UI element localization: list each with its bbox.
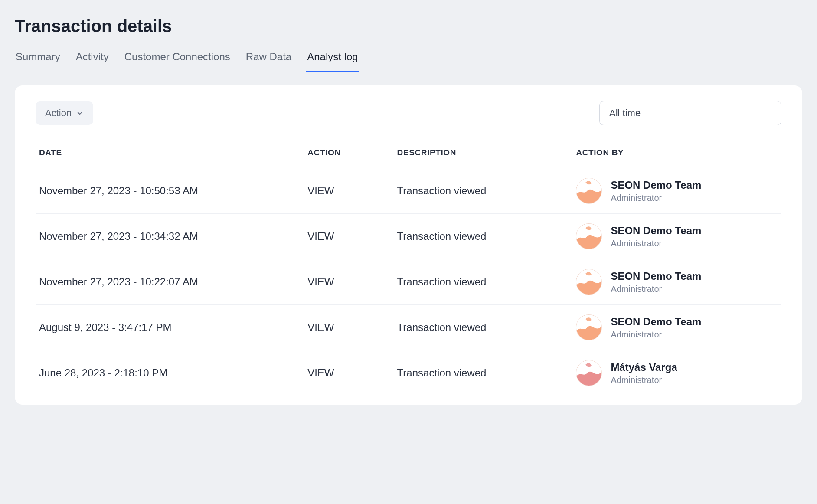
cell-action-by: SEON Demo Team Administrator <box>572 214 781 259</box>
tab-raw-data[interactable]: Raw Data <box>245 47 292 72</box>
tab-customer-connections[interactable]: Customer Connections <box>124 47 231 72</box>
tabs: Summary Activity Customer Connections Ra… <box>15 47 802 72</box>
actor-name: Mátyás Varga <box>611 361 677 373</box>
cell-description: Transaction viewed <box>394 214 573 259</box>
col-header-action-by: ACTION BY <box>572 140 781 168</box>
cell-action: VIEW <box>304 350 393 396</box>
cell-action-by: SEON Demo Team Administrator <box>572 305 781 350</box>
table-row: June 28, 2023 - 2:18:10 PM VIEW Transact… <box>36 350 781 396</box>
cell-description: Transaction viewed <box>394 350 573 396</box>
avatar <box>576 269 602 295</box>
actor-role: Administrator <box>611 239 701 249</box>
table-row: November 27, 2023 - 10:34:32 AM VIEW Tra… <box>36 214 781 259</box>
cell-action: VIEW <box>304 305 393 350</box>
cell-action-by: SEON Demo Team Administrator <box>572 259 781 305</box>
cell-description: Transaction viewed <box>394 305 573 350</box>
actor-role: Administrator <box>611 330 701 340</box>
action-filter-button[interactable]: Action <box>36 101 93 125</box>
cell-date: November 27, 2023 - 10:34:32 AM <box>36 214 304 259</box>
cell-date: August 9, 2023 - 3:47:17 PM <box>36 305 304 350</box>
tab-analyst-log[interactable]: Analyst log <box>306 47 359 72</box>
analyst-log-card: Action All time DATE ACTION DESCRIPTION … <box>15 85 802 405</box>
time-filter-select[interactable]: All time <box>599 101 781 125</box>
time-filter-label: All time <box>609 108 641 119</box>
toolbar: Action All time <box>36 101 781 125</box>
actor-role: Administrator <box>611 284 701 294</box>
actor-role: Administrator <box>611 375 677 385</box>
cell-description: Transaction viewed <box>394 259 573 305</box>
avatar <box>576 360 602 386</box>
col-header-action: ACTION <box>304 140 393 168</box>
cell-action: VIEW <box>304 259 393 305</box>
col-header-description: DESCRIPTION <box>394 140 573 168</box>
table-row: November 27, 2023 - 10:50:53 AM VIEW Tra… <box>36 168 781 214</box>
avatar <box>576 314 602 340</box>
action-filter-label: Action <box>45 108 72 119</box>
tab-activity[interactable]: Activity <box>75 47 110 72</box>
avatar <box>576 178 602 204</box>
actor-name: SEON Demo Team <box>611 179 701 191</box>
cell-date: June 28, 2023 - 2:18:10 PM <box>36 350 304 396</box>
actor-name: SEON Demo Team <box>611 270 701 282</box>
cell-date: November 27, 2023 - 10:50:53 AM <box>36 168 304 214</box>
avatar <box>576 223 602 249</box>
cell-action-by: Mátyás Varga Administrator <box>572 350 781 396</box>
analyst-log-table: DATE ACTION DESCRIPTION ACTION BY Novemb… <box>36 140 781 396</box>
actor-role: Administrator <box>611 193 701 203</box>
tab-summary[interactable]: Summary <box>15 47 61 72</box>
cell-action-by: SEON Demo Team Administrator <box>572 168 781 214</box>
cell-date: November 27, 2023 - 10:22:07 AM <box>36 259 304 305</box>
cell-action: VIEW <box>304 168 393 214</box>
col-header-date: DATE <box>36 140 304 168</box>
actor-name: SEON Demo Team <box>611 316 701 328</box>
actor-name: SEON Demo Team <box>611 225 701 237</box>
table-row: August 9, 2023 - 3:47:17 PM VIEW Transac… <box>36 305 781 350</box>
cell-action: VIEW <box>304 214 393 259</box>
table-row: November 27, 2023 - 10:22:07 AM VIEW Tra… <box>36 259 781 305</box>
page-title: Transaction details <box>15 16 802 36</box>
chevron-down-icon <box>76 109 84 117</box>
cell-description: Transaction viewed <box>394 168 573 214</box>
